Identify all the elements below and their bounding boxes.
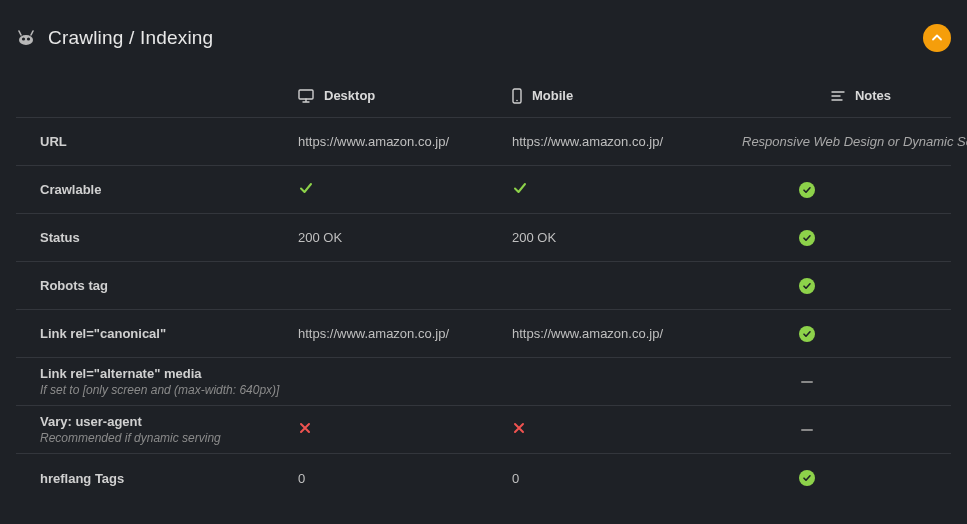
badge-check-icon (799, 230, 815, 246)
svg-rect-3 (299, 90, 313, 99)
badge-check-icon (799, 182, 815, 198)
table-row: Vary: user-agent Recommended if dynamic … (16, 406, 951, 454)
mobile-value: https://www.amazon.co.jp/ (512, 326, 742, 341)
col-notes: Notes (742, 88, 951, 103)
check-icon (512, 184, 528, 199)
mobile-icon (512, 88, 522, 104)
desktop-value: 0 (298, 471, 512, 486)
notes-icon (831, 90, 845, 102)
badge-check-icon (799, 326, 815, 342)
table-row: Link rel="canonical" https://www.amazon.… (16, 310, 951, 358)
row-label: Link rel="alternate" media (40, 366, 298, 381)
dash-icon (801, 429, 813, 431)
svg-point-1 (22, 37, 25, 40)
table-row: Link rel="alternate" media If set to [on… (16, 358, 951, 406)
crawler-icon (16, 31, 36, 45)
mobile-value: 0 (512, 471, 742, 486)
row-sublabel: If set to [only screen and (max-width: 6… (40, 383, 298, 397)
section-title: Crawling / Indexing (48, 27, 213, 49)
col-desktop-label: Desktop (324, 88, 375, 103)
desktop-value: https://www.amazon.co.jp/ (298, 134, 512, 149)
table-row: Status 200 OK 200 OK (16, 214, 951, 262)
cross-icon (298, 423, 312, 438)
row-label: URL (40, 134, 298, 149)
col-mobile-label: Mobile (532, 88, 573, 103)
section-header: Crawling / Indexing (16, 24, 951, 74)
mobile-value: https://www.amazon.co.jp/ (512, 134, 742, 149)
table-row: URL https://www.amazon.co.jp/ https://ww… (16, 118, 951, 166)
row-label: Link rel="canonical" (40, 326, 298, 341)
crawl-table: Desktop Mobile Notes (16, 74, 951, 502)
collapse-button[interactable] (923, 24, 951, 52)
row-label: Crawlable (40, 182, 298, 197)
table-row: hreflang Tags 0 0 (16, 454, 951, 502)
badge-check-icon (799, 470, 815, 486)
svg-point-5 (516, 99, 518, 101)
cross-icon (512, 423, 526, 438)
col-desktop: Desktop (298, 88, 512, 103)
table-row: Crawlable (16, 166, 951, 214)
desktop-icon (298, 89, 314, 103)
row-sublabel: Recommended if dynamic serving (40, 431, 298, 445)
svg-point-0 (19, 35, 33, 45)
badge-check-icon (799, 278, 815, 294)
row-label: Vary: user-agent (40, 414, 298, 429)
note-text: Responsive Web Design or Dynamic Servi (742, 134, 967, 149)
col-notes-label: Notes (855, 88, 891, 103)
table-row: Robots tag (16, 262, 951, 310)
desktop-value: https://www.amazon.co.jp/ (298, 326, 512, 341)
row-label: hreflang Tags (40, 471, 298, 486)
check-icon (298, 184, 314, 199)
svg-point-2 (27, 37, 30, 40)
table-header-row: Desktop Mobile Notes (16, 74, 951, 118)
row-label: Robots tag (40, 278, 298, 293)
mobile-value: 200 OK (512, 230, 742, 245)
dash-icon (801, 381, 813, 383)
col-mobile: Mobile (512, 88, 742, 104)
row-label: Status (40, 230, 298, 245)
desktop-value: 200 OK (298, 230, 512, 245)
